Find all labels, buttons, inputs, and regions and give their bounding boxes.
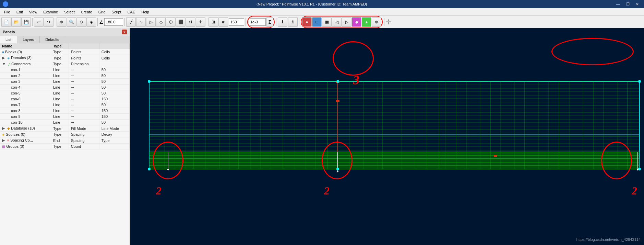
col3-cell: Spacing	[69, 137, 99, 144]
pick-tool[interactable]: ⊙	[76, 17, 86, 27]
expand-database-btn[interactable]: ▶	[2, 126, 5, 130]
table-row[interactable]: ▶ ◈ Domains (3) Type Points Cells	[0, 55, 130, 61]
angle-input[interactable]: 180.0	[104, 18, 123, 26]
mesh-svg	[130, 28, 644, 245]
shape-tool[interactable]: ▷	[146, 17, 156, 27]
table-row[interactable]: con-7 Line ··· 50	[0, 102, 130, 108]
dots-cell: ···	[69, 85, 99, 90]
tolerance-input[interactable]: 1e-3	[249, 18, 266, 26]
extrude-tool[interactable]: ⬛	[176, 17, 186, 27]
type-cell: Type	[51, 125, 69, 132]
canvas-area[interactable]: 3 2 2 2 https://blog.csdn.net/weixin_429…	[130, 28, 644, 245]
svg-point-91	[148, 168, 151, 170]
info-btn2[interactable]: ℹ	[288, 17, 298, 27]
window-controls[interactable]: — ❐ ✕	[614, 1, 641, 7]
name-cell: ▶ ◆ Database (10)	[0, 125, 51, 132]
count-input[interactable]: 150	[229, 18, 244, 26]
table-row[interactable]: ▶ ≡ Spacing Co... End Spacing Type	[0, 137, 130, 144]
expand-connectors-btn[interactable]: ▼	[2, 62, 6, 66]
name-cell: ■ Blocks (0)	[0, 49, 51, 55]
polygon-tool[interactable]: ⬡	[166, 17, 176, 27]
type-cell: Line	[51, 67, 69, 73]
panels-header: Panels ×	[0, 28, 130, 36]
menu-select[interactable]: Select	[61, 9, 77, 15]
hash-btn[interactable]: #	[218, 17, 228, 27]
sep8	[299, 18, 299, 26]
open-button[interactable]: 📂	[11, 17, 21, 27]
cae-btn4[interactable]: ◁	[332, 17, 342, 27]
table-row[interactable]: con-4 Line ··· 50	[0, 85, 130, 90]
geom-toolbar-group: ╱ ∿ ▷ ◇ ⬡ ⬛ ↺ ✛	[126, 17, 205, 27]
menu-file[interactable]: File	[1, 9, 13, 15]
table-row[interactable]: con-3 Line ··· 50	[0, 79, 130, 85]
expand-domains-btn[interactable]: ▶	[2, 56, 5, 60]
table-row[interactable]: con-5 Line ··· 50	[0, 90, 130, 96]
table-row[interactable]: con-6 Line ··· 150	[0, 96, 130, 102]
tab-list[interactable]: List	[0, 36, 17, 43]
expand-spacing-btn[interactable]: ▶	[2, 138, 5, 142]
menu-edit[interactable]: Edit	[14, 9, 26, 15]
examine-tool[interactable]: 🔍	[67, 17, 76, 27]
table-row[interactable]: con-9 Line ··· 150	[0, 114, 130, 120]
info-btn1[interactable]: ℹ	[278, 17, 287, 27]
surface-tool[interactable]: ◇	[156, 17, 166, 27]
menu-cae[interactable]: CAE	[125, 9, 138, 15]
select-tool[interactable]: ⊕	[57, 17, 66, 27]
name-cell: con-8	[0, 108, 51, 114]
watermark-url: https://blog.csdn.net/weixin_42943114	[576, 237, 641, 242]
redo-button[interactable]: ↪	[44, 17, 53, 27]
new-button[interactable]: 📄	[1, 17, 11, 27]
menu-help[interactable]: Help	[139, 9, 152, 15]
cae-btn5[interactable]: ▷	[342, 17, 351, 27]
curve-tool[interactable]: ∿	[136, 17, 146, 27]
rotate-tool[interactable]: ↺	[186, 17, 195, 27]
menu-examine[interactable]: Examine	[40, 9, 61, 15]
cae-btn7[interactable]: ▲	[362, 17, 371, 27]
table-row[interactable]: con-10 Line ··· 50	[0, 120, 130, 125]
grid-display-btn[interactable]: ⊞	[208, 17, 218, 27]
menu-script[interactable]: Script	[109, 9, 124, 15]
cae-btn3[interactable]: ▦	[322, 17, 332, 27]
table-row[interactable]: ◈ Sources (0) Type Spacing Decay	[0, 132, 130, 137]
menu-grid[interactable]: Grid	[96, 9, 108, 15]
tab-defaults[interactable]: Defaults	[40, 36, 65, 43]
name-cell: con-6	[0, 96, 51, 102]
dots-cell: ···	[69, 96, 99, 102]
title-bar: (New Project)* Pointwise V18.1 R1 - [Cus…	[0, 0, 644, 8]
undo-button[interactable]: ↩	[34, 17, 44, 27]
col4-cell: Decay	[99, 132, 129, 137]
table-row[interactable]: con-2 Line ··· 50	[0, 73, 130, 79]
name-cell: con-2	[0, 73, 51, 79]
table-row[interactable]: ▼ ╱ Connectors... Type Dimension	[0, 61, 130, 67]
panel-tabs: List Layers Defaults	[0, 36, 130, 43]
minimize-button[interactable]: —	[614, 1, 622, 7]
maximize-button[interactable]: ❐	[624, 1, 632, 7]
sep4	[124, 18, 125, 26]
menu-view[interactable]: View	[26, 9, 40, 15]
table-row[interactable]: ▦ Groups (0) Type Count	[0, 144, 130, 149]
panels-close-button[interactable]: ×	[122, 30, 127, 34]
table-row[interactable]: con-1 Line ··· 50	[0, 67, 130, 73]
save-button[interactable]: 💾	[21, 17, 31, 27]
tolerance-confirm-btn[interactable]: Σ	[266, 17, 273, 27]
table-row[interactable]: con-8 Line ··· 150	[0, 108, 130, 114]
cae-btn6[interactable]: ◆	[352, 17, 361, 27]
menu-create[interactable]: Create	[78, 9, 95, 15]
tab-layers[interactable]: Layers	[17, 36, 40, 43]
sep7	[276, 18, 276, 26]
view-toolbar-group: ⊕ 🔍 ⊙ ◈	[57, 17, 96, 27]
cae-btn1[interactable]: ●	[302, 17, 312, 27]
mask-tool[interactable]: ◈	[86, 17, 96, 27]
cae-btn2[interactable]: □	[312, 17, 322, 27]
table-row[interactable]: ■ Blocks (0) Type Points Cells	[0, 49, 130, 55]
dim-cell: 50	[99, 120, 129, 125]
close-button[interactable]: ✕	[633, 1, 641, 7]
table-row[interactable]: ▶ ◆ Database (10) Type Fill Mode Line Mo…	[0, 125, 130, 132]
translate-tool[interactable]: ✛	[196, 17, 205, 27]
group-icon: ▦	[2, 145, 5, 148]
col3-cell: Fill Mode	[69, 125, 99, 132]
cae-btn8[interactable]: ⊕	[372, 17, 381, 27]
line-tool[interactable]: ╱	[126, 17, 136, 27]
name-cell: con-9	[0, 114, 51, 120]
main-layout: Panels × List Layers Defaults Name Type	[0, 28, 644, 245]
